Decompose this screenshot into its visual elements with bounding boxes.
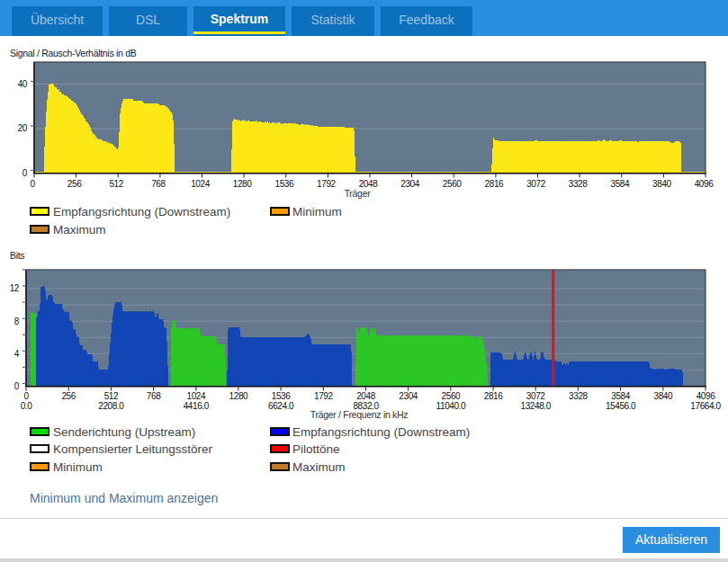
svg-text:1024: 1024 — [191, 179, 210, 189]
svg-text:Träger: Träger — [345, 188, 372, 199]
svg-text:768: 768 — [147, 391, 161, 401]
svg-text:3328: 3328 — [569, 391, 588, 401]
svg-text:4416.0: 4416.0 — [184, 401, 210, 411]
svg-text:1280: 1280 — [233, 179, 252, 189]
svg-text:3328: 3328 — [569, 179, 588, 189]
svg-text:13248.0: 13248.0 — [521, 401, 552, 411]
svg-text:0: 0 — [30, 179, 35, 189]
svg-text:1536: 1536 — [274, 179, 293, 189]
svg-text:3072: 3072 — [526, 179, 545, 189]
svg-text:1024: 1024 — [186, 391, 205, 401]
svg-text:2816: 2816 — [485, 179, 504, 189]
svg-text:1536: 1536 — [272, 391, 291, 401]
svg-text:2560: 2560 — [442, 391, 461, 401]
svg-text:8: 8 — [14, 317, 20, 326]
svg-text:512: 512 — [104, 391, 119, 401]
svg-text:0.0: 0.0 — [21, 401, 33, 411]
svg-text:768: 768 — [151, 179, 166, 189]
svg-text:2560: 2560 — [443, 179, 462, 189]
svg-text:1280: 1280 — [229, 391, 248, 401]
svg-text:3840: 3840 — [652, 179, 671, 189]
svg-text:3584: 3584 — [610, 179, 629, 189]
svg-text:Träger / Frequenz in kHz: Träger / Frequenz in kHz — [310, 409, 409, 420]
svg-text:40: 40 — [18, 79, 28, 89]
svg-text:512: 512 — [109, 179, 123, 189]
svg-text:2304: 2304 — [399, 391, 418, 401]
svg-text:Signal / Rausch-Verhältnis in: Signal / Rausch-Verhältnis in dB — [10, 48, 137, 58]
svg-text:0: 0 — [23, 391, 29, 401]
svg-text:17664.0: 17664.0 — [690, 401, 721, 411]
svg-text:1792: 1792 — [317, 179, 336, 189]
svg-text:0: 0 — [22, 168, 28, 178]
svg-text:6624.0: 6624.0 — [268, 401, 294, 411]
svg-text:4: 4 — [14, 349, 20, 359]
svg-text:11040.0: 11040.0 — [436, 401, 466, 411]
svg-text:Bits: Bits — [10, 250, 24, 261]
svg-text:12: 12 — [10, 283, 20, 293]
svg-text:256: 256 — [67, 179, 82, 189]
svg-text:3584: 3584 — [611, 391, 630, 401]
svg-text:256: 256 — [61, 391, 76, 401]
svg-text:0: 0 — [14, 381, 20, 391]
svg-text:20: 20 — [18, 123, 28, 133]
svg-text:4096: 4096 — [697, 391, 715, 401]
svg-text:3840: 3840 — [653, 391, 672, 401]
svg-text:4096: 4096 — [695, 179, 714, 189]
svg-text:15456.0: 15456.0 — [606, 401, 636, 411]
svg-text:3072: 3072 — [526, 391, 545, 401]
svg-text:2048: 2048 — [356, 391, 375, 401]
svg-text:2208.0: 2208.0 — [98, 401, 124, 411]
svg-text:2048: 2048 — [359, 179, 378, 189]
svg-text:2816: 2816 — [484, 391, 503, 401]
svg-text:2304: 2304 — [400, 179, 419, 189]
svg-text:1792: 1792 — [314, 391, 333, 401]
